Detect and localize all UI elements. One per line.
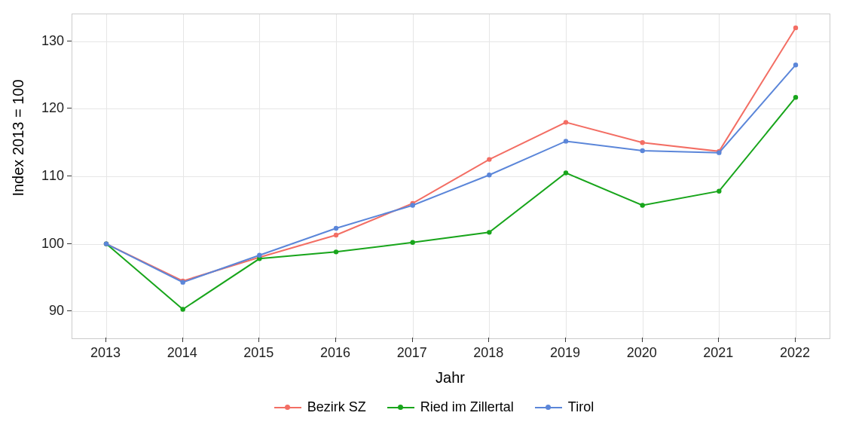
data-point [640,148,644,153]
x-tick-label: 2015 [243,345,274,361]
y-axis-label: Index 2013 = 100 [10,25,27,251]
data-point [180,307,185,311]
y-tick-mark [67,243,72,244]
series-line [106,97,796,309]
x-tick-label: 2022 [780,345,810,361]
x-tick-mark [182,338,183,342]
legend-swatch [274,407,301,408]
x-tick-mark [105,338,106,342]
y-tick-label: 130 [34,32,64,48]
y-tick-mark [67,108,72,108]
x-tick-mark [795,338,796,342]
data-point [640,140,644,145]
y-tick-label: 90 [34,303,64,319]
chart-container: Index 2013 = 100 Jahr Bezirk SZRied im Z… [0,0,868,434]
data-point [410,240,414,245]
series-svg [72,14,830,338]
data-point [487,157,491,161]
data-point [717,150,721,154]
x-tick-mark [258,338,259,342]
data-point [793,63,798,67]
series-line [106,28,796,281]
y-tick-label: 110 [34,168,64,184]
x-tick-mark [642,338,643,342]
x-tick-label: 2017 [397,345,427,361]
x-tick-label: 2021 [703,345,733,361]
x-tick-label: 2016 [320,345,350,361]
legend-entry: Ried im Zillertal [387,399,514,415]
legend-label: Ried im Zillertal [420,399,514,415]
data-point [564,139,568,143]
data-point [564,170,568,175]
x-tick-label: 2020 [627,345,657,361]
x-tick-label: 2014 [167,345,197,361]
x-tick-label: 2019 [550,345,580,361]
legend-label: Bezirk SZ [307,399,366,415]
y-tick-mark [67,41,72,41]
y-tick-label: 100 [34,235,64,251]
legend: Bezirk SZRied im ZillertalTirol [0,399,868,415]
y-tick-mark [67,310,72,311]
data-point [717,189,721,194]
data-point [180,280,185,284]
data-point [564,120,568,124]
x-tick-mark [412,338,413,342]
data-point [334,226,338,231]
x-tick-label: 2018 [473,345,503,361]
x-tick-mark [718,338,719,342]
x-tick-mark [565,338,566,342]
legend-dot-icon [546,405,551,410]
plot-area [72,14,830,339]
data-point [640,203,644,207]
legend-swatch [535,407,562,408]
legend-entry: Tirol [535,399,594,415]
x-axis-label: Jahr [72,369,829,387]
data-point [793,95,798,99]
series-line [106,65,796,282]
data-point [410,203,414,207]
legend-entry: Bezirk SZ [274,399,366,415]
legend-dot-icon [398,405,403,410]
x-tick-mark [488,338,489,342]
legend-label: Tirol [568,399,594,415]
legend-swatch [387,407,414,408]
data-point [334,249,338,254]
data-point [257,253,261,258]
data-point [334,233,338,237]
y-tick-mark [67,176,72,176]
legend-dot-icon [285,405,290,410]
x-tick-label: 2013 [90,345,121,361]
y-tick-label: 120 [34,100,64,116]
data-point [104,241,108,246]
data-point [793,26,798,30]
data-point [487,230,491,234]
data-point [487,173,491,177]
x-tick-mark [335,338,336,342]
